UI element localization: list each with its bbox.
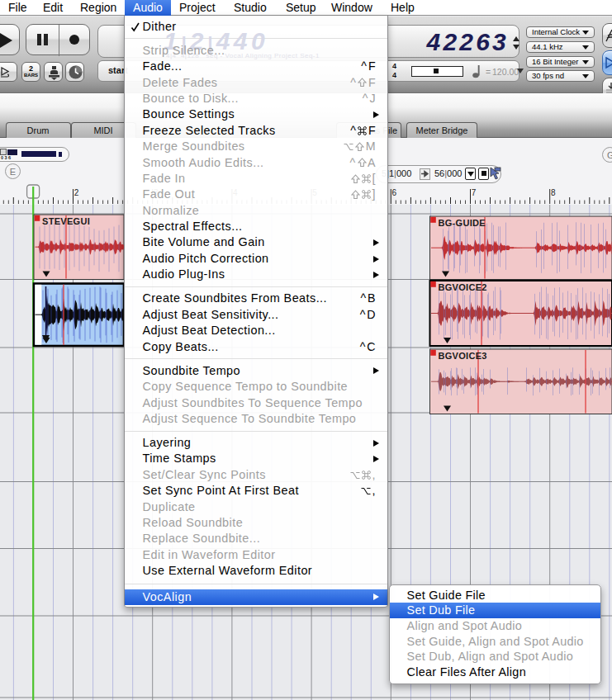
svg-text:STEVEGUI: STEVEGUI bbox=[42, 216, 90, 226]
svg-text:7: 7 bbox=[472, 188, 477, 197]
svg-text:BG-GUIDE: BG-GUIDE bbox=[439, 218, 486, 228]
svg-text:BGVOICE3: BGVOICE3 bbox=[439, 351, 487, 361]
svg-text:2: 2 bbox=[74, 188, 79, 197]
svg-text:6: 6 bbox=[392, 188, 397, 197]
svg-text:8: 8 bbox=[551, 188, 556, 197]
svg-text:BGVOICE2: BGVOICE2 bbox=[439, 282, 487, 292]
